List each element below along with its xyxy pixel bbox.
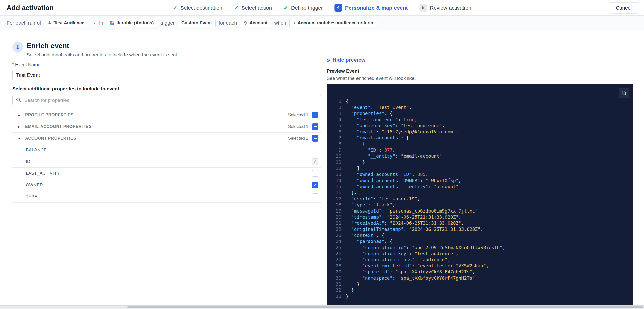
preview-section: » Hide preview Preview Event See what th… bbox=[327, 42, 633, 305]
arrow-icon: → bbox=[91, 20, 96, 26]
in-text: In bbox=[99, 20, 103, 26]
check-icon: ✓ bbox=[173, 5, 177, 11]
top-bar: Add activation ✓ Select destination ✓ Se… bbox=[0, 0, 644, 16]
enrich-header: 1 Enrich event Select additional traits … bbox=[12, 42, 321, 58]
checkbox-unchecked[interactable] bbox=[312, 193, 318, 200]
entity-chip[interactable]: Account bbox=[240, 19, 271, 27]
json-preview-panel: 1{2 "event": "Test Event",3 "properties"… bbox=[327, 84, 633, 305]
step-label: Review activation bbox=[430, 5, 471, 11]
event-type-chip[interactable]: Custom Event bbox=[178, 19, 216, 27]
group-checkbox-indeterminate[interactable] bbox=[312, 123, 318, 130]
destination-chip-label: Iterable (Actions) bbox=[116, 20, 154, 26]
code-lines: 1{2 "event": "Test Event",3 "properties"… bbox=[333, 98, 627, 299]
step-personalize-map-event[interactable]: 4 Personalize & map event bbox=[335, 4, 408, 12]
condition-chip[interactable]: + Account matches audience criteria bbox=[289, 19, 377, 27]
step-define-trigger[interactable]: ✓ Define trigger bbox=[283, 5, 323, 11]
properties-section-label: Select additional properties to include … bbox=[12, 86, 321, 92]
step-label: Select action bbox=[241, 5, 272, 11]
double-chevron-icon: » bbox=[327, 57, 330, 63]
when-text: when bbox=[274, 20, 286, 26]
search-icon bbox=[16, 97, 21, 103]
hide-preview-link[interactable]: » Hide preview bbox=[327, 57, 365, 63]
preview-subtitle: See what the enriched event will look li… bbox=[327, 76, 633, 81]
chevron-right-icon: ▸ bbox=[18, 124, 23, 129]
trigger-text: trigger bbox=[160, 20, 175, 26]
trigger-prefix-text: For each run of bbox=[7, 20, 41, 26]
audience-chip-label: Test Audience bbox=[54, 20, 84, 26]
horizontal-scrollbar-track[interactable] bbox=[0, 305, 644, 309]
selected-count: Selected 1 bbox=[288, 112, 308, 118]
step-label: Personalize & map event bbox=[345, 5, 408, 11]
step-review-activation[interactable]: 5 Review activation bbox=[419, 4, 471, 12]
property-row-id: ID ✓ bbox=[12, 156, 321, 168]
event-name-label: *Event Name bbox=[12, 62, 321, 68]
chevron-right-icon: ▸ bbox=[18, 113, 23, 117]
for-each-text: for each bbox=[219, 20, 237, 26]
page-title: Add activation bbox=[7, 4, 54, 12]
event-name-input[interactable] bbox=[12, 70, 321, 80]
condition-chip-label: Account matches audience criteria bbox=[298, 20, 373, 26]
enrich-event-section: 1 Enrich event Select additional traits … bbox=[12, 42, 321, 305]
required-marker: * bbox=[12, 62, 14, 67]
check-icon: ✓ bbox=[283, 5, 288, 11]
property-search bbox=[12, 95, 321, 105]
chevron-down-icon: ▾ bbox=[18, 136, 23, 141]
step-label: Select destination bbox=[180, 5, 222, 11]
checkbox-checked-disabled[interactable]: ✓ bbox=[312, 158, 318, 165]
trigger-summary-bar: For each run of Test Audience → In Itera… bbox=[0, 16, 644, 30]
horizontal-scrollbar-thumb[interactable] bbox=[127, 306, 643, 308]
section-title: Enrich event bbox=[27, 42, 178, 50]
check-icon: ✓ bbox=[234, 5, 239, 11]
properties-accordion: ▸ PROFILE PROPERTIES Selected 1 ▸ EMAIL-… bbox=[12, 109, 321, 203]
wizard-steps: ✓ Select destination ✓ Select action ✓ D… bbox=[173, 4, 471, 12]
main-content: 1 Enrich event Select additional traits … bbox=[0, 30, 644, 305]
selected-count: Selected 2 bbox=[288, 136, 308, 141]
property-row-type: TYPE bbox=[12, 191, 321, 203]
preview-title: Preview Event bbox=[327, 68, 633, 74]
step-label: Define trigger bbox=[291, 5, 323, 11]
checkbox-unchecked[interactable] bbox=[312, 147, 318, 153]
checkbox-unchecked[interactable] bbox=[312, 170, 318, 177]
cancel-button[interactable]: Cancel bbox=[610, 2, 638, 13]
step-number-badge: 4 bbox=[335, 4, 342, 12]
property-row-last-activity: LAST_ACTIVITY bbox=[12, 168, 321, 179]
group-checkbox-indeterminate[interactable] bbox=[312, 135, 318, 142]
search-input[interactable] bbox=[12, 95, 321, 105]
copy-button[interactable] bbox=[619, 88, 629, 98]
plus-icon: + bbox=[293, 20, 296, 26]
section-step-number: 1 bbox=[12, 42, 23, 53]
entity-chip-label: Account bbox=[249, 20, 267, 26]
audience-chip[interactable]: Test Audience bbox=[44, 19, 88, 27]
group-email-account-properties[interactable]: ▸ EMAIL-ACCOUNT PROPERTIES Selected 1 bbox=[12, 121, 321, 133]
selected-count: Selected 1 bbox=[288, 124, 308, 129]
group-checkbox-indeterminate[interactable] bbox=[312, 112, 318, 118]
audience-icon bbox=[48, 21, 52, 25]
group-profile-properties[interactable]: ▸ PROFILE PROPERTIES Selected 1 bbox=[12, 109, 321, 121]
step-select-destination[interactable]: ✓ Select destination bbox=[173, 5, 222, 11]
iterable-logo-icon bbox=[110, 21, 114, 25]
checkbox-checked[interactable]: ✓ bbox=[312, 182, 318, 188]
step-number-badge: 5 bbox=[419, 4, 427, 12]
step-select-action[interactable]: ✓ Select action bbox=[234, 5, 272, 11]
property-row-owner: OWNER ✓ bbox=[12, 179, 321, 191]
group-account-properties[interactable]: ▾ ACCOUNT PROPERTIES Selected 2 bbox=[12, 133, 321, 144]
event-chip-label: Custom Event bbox=[181, 20, 212, 26]
property-row-balance: BALANCE bbox=[12, 144, 321, 156]
account-cube-icon bbox=[243, 21, 247, 25]
destination-chip[interactable]: Iterable (Actions) bbox=[106, 19, 157, 27]
section-subtitle: Select additional traits and properties … bbox=[27, 52, 178, 58]
